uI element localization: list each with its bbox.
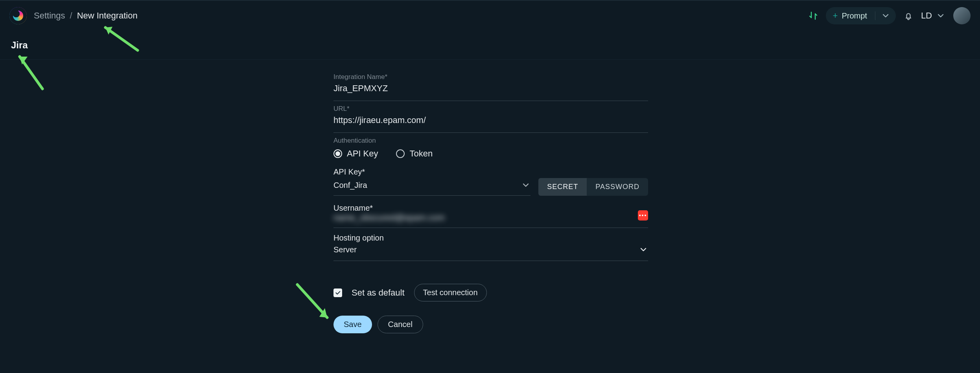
notifications-icon[interactable] bbox=[904, 11, 913, 20]
api-key-select[interactable]: Conf_Jira bbox=[333, 176, 531, 196]
svg-line-2 bbox=[20, 57, 42, 89]
app-logo[interactable] bbox=[9, 7, 27, 24]
segment-secret[interactable]: SECRET bbox=[538, 178, 587, 196]
plus-icon: + bbox=[833, 11, 838, 20]
set-default-label: Set as default bbox=[352, 288, 405, 298]
username-field[interactable]: Username* name_obscured@epam.com ••• bbox=[333, 201, 648, 228]
subheader: Jira bbox=[0, 31, 980, 60]
password-manager-icon[interactable]: ••• bbox=[638, 210, 648, 220]
breadcrumb: Settings / New Integration bbox=[34, 11, 138, 21]
radio-icon bbox=[396, 149, 405, 158]
api-key-label: API Key bbox=[333, 167, 362, 176]
form-actions: Save Cancel bbox=[333, 316, 648, 333]
user-menu[interactable]: LD bbox=[921, 11, 945, 21]
url-value[interactable]: https://jiraeu.epam.com/ bbox=[333, 115, 648, 126]
secret-password-segment: SECRET PASSWORD bbox=[538, 178, 648, 196]
required-marker: * bbox=[385, 73, 387, 81]
authentication-label: Authentication bbox=[333, 137, 648, 145]
username-label: Username bbox=[333, 204, 370, 212]
integration-form: Integration Name* Jira_EPMXYZ URL* https… bbox=[333, 69, 648, 333]
form-options-row: Set as default Test connection bbox=[333, 284, 648, 301]
prompt-label: Prompt bbox=[842, 11, 867, 20]
chevron-down-icon bbox=[521, 180, 531, 190]
svg-marker-5 bbox=[319, 308, 327, 318]
url-label: URL bbox=[333, 105, 347, 112]
auth-radio-token[interactable]: Token bbox=[396, 149, 433, 159]
breadcrumb-separator: / bbox=[70, 11, 72, 21]
breadcrumb-root[interactable]: Settings bbox=[34, 11, 65, 21]
topbar-right: + Prompt LD bbox=[809, 7, 971, 24]
breadcrumb-current: New Integration bbox=[77, 11, 138, 21]
hosting-select[interactable]: Server bbox=[333, 243, 648, 261]
user-initials: LD bbox=[921, 11, 932, 21]
page-title: Jira bbox=[11, 40, 28, 51]
integration-name-field[interactable]: Integration Name* Jira_EPMXYZ bbox=[333, 69, 648, 101]
auth-radio-api-key-label: API Key bbox=[347, 149, 378, 159]
required-marker: * bbox=[370, 204, 373, 212]
save-button[interactable]: Save bbox=[333, 316, 372, 333]
integration-name-value[interactable]: Jira_EPMXYZ bbox=[333, 83, 648, 94]
compare-icon[interactable] bbox=[809, 11, 818, 20]
integration-name-label: Integration Name bbox=[333, 73, 385, 81]
chevron-down-icon[interactable] bbox=[881, 11, 890, 20]
set-default-checkbox[interactable] bbox=[333, 288, 342, 297]
hosting-field-wrap: Hosting option Server bbox=[333, 233, 648, 261]
api-key-row: API Key* Conf_Jira SECRET PASSWORD bbox=[333, 167, 648, 196]
chevron-down-icon bbox=[936, 11, 945, 20]
cancel-button[interactable]: Cancel bbox=[378, 316, 423, 333]
hosting-value: Server bbox=[333, 245, 357, 254]
segment-password[interactable]: PASSWORD bbox=[587, 178, 648, 196]
authentication-field: Authentication API Key Token bbox=[333, 133, 648, 160]
username-value[interactable]: name_obscured@epam.com bbox=[333, 213, 632, 223]
divider bbox=[875, 11, 875, 20]
avatar[interactable] bbox=[953, 7, 971, 24]
annotation-arrow bbox=[294, 281, 337, 327]
test-connection-button[interactable]: Test connection bbox=[414, 284, 487, 301]
required-marker: * bbox=[347, 105, 350, 112]
url-field[interactable]: URL* https://jiraeu.epam.com/ bbox=[333, 101, 648, 133]
svg-line-4 bbox=[297, 285, 327, 318]
prompt-button[interactable]: + Prompt bbox=[826, 7, 896, 24]
topbar: Settings / New Integration + Prompt LD bbox=[0, 0, 980, 31]
hosting-label: Hosting option bbox=[333, 233, 648, 243]
required-marker: * bbox=[362, 167, 365, 176]
auth-radio-api-key[interactable]: API Key bbox=[333, 149, 378, 159]
api-key-value: Conf_Jira bbox=[333, 181, 367, 190]
radio-icon bbox=[333, 149, 342, 158]
auth-radio-token-label: Token bbox=[409, 149, 433, 159]
chevron-down-icon bbox=[639, 245, 648, 254]
